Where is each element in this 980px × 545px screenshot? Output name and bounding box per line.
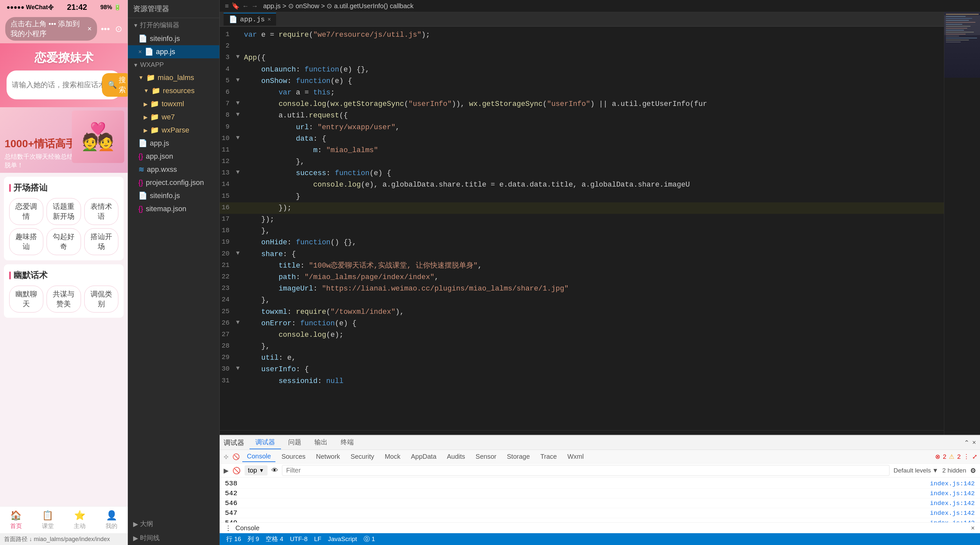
project-chevron[interactable]: ▼ [133, 62, 138, 68]
console-sub-tab-network[interactable]: Network [312, 451, 345, 462]
tab-close-icon[interactable]: × [267, 16, 271, 23]
file-appjs[interactable]: 📄 app.js [128, 137, 220, 150]
h-scrollbar[interactable] [220, 430, 944, 435]
section1-title: 开场搭讪 [9, 182, 118, 193]
devtools-tab-console[interactable]: 调试器 [250, 436, 281, 449]
tag-item[interactable]: 幽默聊天 [9, 285, 43, 312]
top-dropdown[interactable]: top ▼ [245, 465, 267, 475]
devtools-tab-output[interactable]: 输出 [309, 436, 333, 449]
timeline-section[interactable]: ▶ 时间线 [128, 531, 220, 545]
filter-input[interactable] [282, 465, 890, 476]
close-console-icon[interactable]: × [971, 524, 975, 532]
forward-icon[interactable]: → [251, 2, 258, 10]
console-source[interactable]: index.js:142 [930, 500, 975, 507]
tag-item[interactable]: 调侃类别 [84, 285, 118, 312]
folder-towxml[interactable]: ▶ 📁 towxml [128, 97, 220, 110]
timeline-chevron: ▶ [133, 534, 138, 542]
code-area[interactable]: 1 var e = require("we7/resource/js/util.… [220, 27, 944, 430]
bookmark-icon[interactable]: 🔖 [231, 2, 240, 10]
console-sub-tab-sources[interactable]: Sources [277, 451, 310, 462]
outline-section[interactable]: ▶ 大纲 [128, 517, 220, 531]
search-bar[interactable]: 🔍 搜索 [6, 70, 121, 99]
devtools-footer-menu-icon[interactable]: ⋮ [225, 524, 231, 532]
default-levels-dropdown[interactable]: Default levels ▼ [893, 467, 939, 474]
tag-item[interactable]: 搭讪开场 [84, 228, 118, 255]
code-line-17: 17 }); [220, 214, 944, 225]
console-sub-tab-sensor[interactable]: Sensor [471, 451, 501, 462]
search-button[interactable]: 🔍 搜索 [102, 73, 127, 97]
console-value: 549 [225, 519, 237, 523]
console-sub-tab-audits[interactable]: Audits [442, 451, 470, 462]
open-file-appjs[interactable]: × 📄 app.js [128, 45, 220, 58]
add-miniprogram-prompt[interactable]: 点击右上角 ••• 添加到我的小程序 × [5, 17, 97, 41]
folder-icon-towxml: 📁 [150, 100, 159, 108]
code-line-22: 22 path: "/miao_lalms/page/index/index", [220, 271, 944, 283]
nav-close-btn[interactable]: × [88, 25, 92, 33]
tag-item[interactable]: 共谋与赞美 [46, 285, 81, 312]
console-sub-tab-trace[interactable]: Trace [536, 451, 561, 462]
folder-icon-resources: 📁 [151, 86, 160, 95]
console-sub-tab-storage[interactable]: Storage [502, 451, 535, 462]
console-sub-tab-mock[interactable]: Mock [380, 451, 405, 462]
console-source[interactable]: index.js:142 [930, 520, 975, 523]
section2-title: 幽默话术 [9, 269, 118, 281]
editor-tab-appjs[interactable]: 📄 app.js × [224, 13, 276, 25]
devtools-close-icon[interactable]: × [972, 439, 976, 446]
nav-item-classroom[interactable]: 📋 课堂 [42, 510, 54, 530]
tag-item[interactable]: 话题重新开场 [46, 198, 81, 225]
open-file-siteinfo[interactable]: 📄 siteinfo.js [128, 32, 220, 45]
console-source[interactable]: index.js:142 [930, 510, 975, 517]
folder-resources[interactable]: ▼ 📁 resources [128, 84, 220, 97]
file-projectconfig[interactable]: {} project.config.json [128, 176, 220, 189]
console-clear-icon[interactable]: 🚫 [232, 467, 241, 475]
nav-item-profile[interactable]: 👤 我的 [106, 510, 118, 530]
search-icon: 🔍 [108, 81, 117, 89]
file-appwxss[interactable]: ≋ app.wxss [128, 163, 220, 176]
nav-item-home[interactable]: 🏠 首页 [10, 510, 22, 530]
close-icon-appjs[interactable]: × [138, 49, 142, 56]
editor-devtools-wrapper: ≡ 🔖 ← → app.js > ⊙ onShow > ⊙ a.util.get… [220, 0, 980, 545]
eye-icon[interactable]: 👁 [272, 467, 278, 474]
console-cursor-icon[interactable]: ⊹ [222, 452, 230, 462]
nav-left-label: 点击右上角 ••• 添加到我的小程序 [11, 19, 82, 39]
console-sub-tab-appdata[interactable]: AppData [406, 451, 441, 462]
console-sub-tab-console[interactable]: Console [242, 451, 275, 462]
file-sitemapjson[interactable]: {} sitemap.json [128, 202, 220, 215]
console-sub-tab-security[interactable]: Security [346, 451, 379, 462]
search-input[interactable] [12, 81, 102, 89]
folder-wxparse[interactable]: ▶ 📁 wxParse [128, 124, 220, 137]
devtools-up-icon[interactable]: ⌃ [964, 439, 969, 447]
devtools-header-label: 调试器 [224, 438, 244, 447]
tag-item[interactable]: 趣味搭讪 [9, 228, 43, 255]
file-siteinfojs[interactable]: 📄 siteinfo.js [128, 189, 220, 202]
back-icon[interactable]: ← [242, 2, 249, 10]
tag-item[interactable]: 勾起好奇 [46, 228, 81, 255]
console-toolbar: ▶ 🚫 top ▼ 👁 Default levels ▼ 2 hidden ⚙ [220, 464, 980, 478]
console-play-icon[interactable]: ▶ [224, 467, 229, 475]
nav-item-active[interactable]: ⭐ 主动 [74, 510, 86, 530]
file-appjson[interactable]: {} app.json [128, 150, 220, 163]
open-editors-chevron[interactable]: ▼ [133, 22, 138, 28]
code-line-2: 2 [220, 41, 944, 52]
console-source[interactable]: index.js:142 [930, 480, 975, 487]
tag-item[interactable]: 表情术语 [84, 198, 118, 225]
console-sub-tab-wxml[interactable]: Wxml [563, 451, 588, 462]
tag-item[interactable]: 恋爱调情 [9, 198, 43, 225]
folder-miao-lalms[interactable]: ▼ 📁 miao_lalms [128, 71, 220, 84]
devtools-tab-problem[interactable]: 问题 [282, 436, 307, 449]
settings-icon[interactable]: ⚙ [970, 467, 976, 475]
error-warning-counts: ⊗ 2 ⚠ 2 ⋮ ⤢ [935, 453, 977, 461]
section2-tags: 幽默聊天 共谋与赞美 调侃类别 [9, 285, 118, 312]
console-block-icon[interactable]: 🚫 [231, 452, 241, 462]
record-icon[interactable]: ⊙ [115, 24, 122, 34]
expand-devtools-icon[interactable]: ⤢ [972, 453, 977, 461]
devtools-tab-terminal[interactable]: 终端 [335, 436, 360, 449]
more-devtools-icon[interactable]: ⋮ [963, 453, 969, 461]
file-name-projectconfig: project.config.json [146, 178, 204, 187]
more-icon[interactable]: ••• [101, 24, 110, 34]
breadcrumb-path: app.js > ⊙ onShow > ⊙ a.util.getUserInfo… [263, 2, 414, 10]
file-panel-header: 资源管理器 [128, 0, 220, 18]
menu-icon[interactable]: ≡ [225, 2, 229, 10]
console-source[interactable]: index.js:142 [930, 490, 975, 497]
folder-we7[interactable]: ▶ 📁 we7 [128, 110, 220, 124]
